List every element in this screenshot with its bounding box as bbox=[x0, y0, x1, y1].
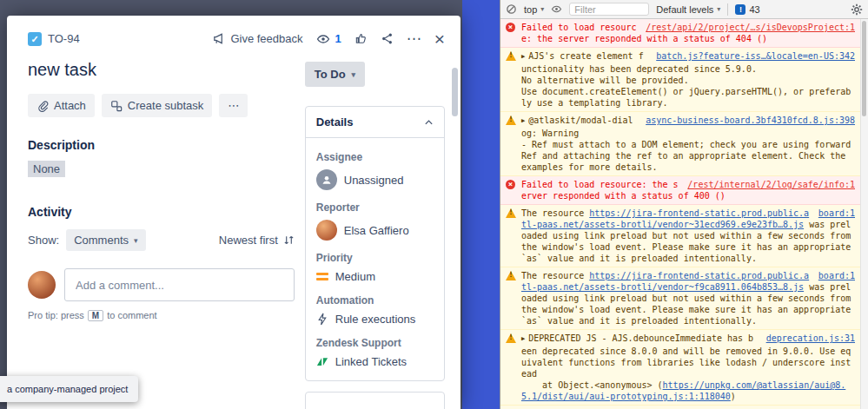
description-value[interactable]: None bbox=[28, 161, 65, 177]
issue-title[interactable]: new task bbox=[28, 60, 295, 80]
status-dropdown[interactable]: To Do ▾ bbox=[305, 62, 365, 87]
details-title: Details bbox=[316, 115, 354, 129]
give-feedback-button[interactable]: Give feedback bbox=[212, 32, 302, 45]
pro-tip: Pro tip: pressMto comment bbox=[28, 310, 295, 320]
create-subtask-button[interactable]: Create subtask bbox=[102, 94, 212, 117]
settings-gear-icon[interactable] bbox=[851, 3, 863, 16]
warning-icon: ! bbox=[506, 115, 516, 125]
zendesk-label: Zendesk Support bbox=[316, 337, 434, 349]
warning-icon: ! bbox=[506, 51, 516, 61]
console-source-link[interactable]: batch.js?feature-iss…&locale=en-US:342 bbox=[656, 50, 855, 62]
error-icon: × bbox=[506, 23, 515, 32]
task-type-icon[interactable]: ✓ bbox=[28, 32, 42, 46]
log-levels-value: Default levels bbox=[656, 4, 713, 15]
automation-label: Automation bbox=[316, 294, 434, 307]
collapsed-panel[interactable] bbox=[305, 392, 445, 409]
sort-order-label: Newest first bbox=[219, 234, 278, 247]
megaphone-icon bbox=[212, 32, 225, 45]
console-message-warning: !deprecation.js:31▶DEPRECATED JS - AJS.d… bbox=[500, 406, 860, 409]
issue-key[interactable]: TO-94 bbox=[48, 32, 80, 45]
context-selector[interactable]: top ▾ bbox=[524, 4, 544, 15]
console-source-link[interactable]: async-business-board.3bf4310fcd.8.js:398 bbox=[646, 115, 855, 126]
console-source-link[interactable]: /rest/internal/2/log/safe/info:1 bbox=[687, 179, 855, 190]
console-source-link[interactable]: /rest/api/2/project/…s/isDevopsProject:1 bbox=[646, 22, 855, 33]
console-message-error: ×/rest/internal/2/log/safe/info:1Failed … bbox=[500, 176, 860, 205]
show-label: Show: bbox=[28, 234, 59, 247]
comments-filter-dropdown[interactable]: Comments ▾ bbox=[66, 229, 145, 251]
thumbs-up-icon bbox=[354, 32, 368, 45]
assignee-label: Assignee bbox=[316, 151, 434, 163]
comment-input[interactable] bbox=[64, 268, 295, 301]
lightning-icon bbox=[316, 313, 328, 326]
chevron-up-icon bbox=[424, 119, 434, 126]
priority-value-row[interactable]: Medium bbox=[316, 270, 434, 283]
log-levels-selector[interactable]: Default levels ▾ bbox=[656, 4, 720, 15]
subtask-icon bbox=[110, 100, 123, 112]
zendesk-value: Linked Tickets bbox=[335, 355, 407, 368]
details-panel-header[interactable]: Details bbox=[306, 107, 444, 138]
error-icon: × bbox=[506, 180, 515, 189]
console-message-warning: !deprecation.js:31▶DEPRECATED JS - AJS.d… bbox=[500, 330, 860, 406]
console-message-error: ×/rest/api/2/project/…s/isDevopsProject:… bbox=[500, 19, 860, 48]
description-label: Description bbox=[28, 138, 295, 152]
modal-scrollbar[interactable] bbox=[452, 56, 458, 406]
activity-controls: Show: Comments ▾ Newest first bbox=[28, 229, 295, 251]
unassigned-avatar-icon bbox=[316, 169, 337, 190]
console-filter-input[interactable] bbox=[569, 3, 649, 16]
pro-tip-key: M bbox=[88, 310, 103, 321]
chevron-down-icon: ▾ bbox=[352, 70, 356, 79]
console-message-warning: !batch.js?feature-iss…&locale=en-US:342▶… bbox=[500, 48, 860, 112]
devtools-panel: top ▾ Default levels ▾ ! 43 ×/rest/api/2… bbox=[500, 0, 868, 409]
issue-modal: ✓ TO-94 Give feedback 1 bbox=[7, 16, 461, 409]
activity-heading: Activity bbox=[28, 205, 295, 219]
close-button[interactable]: × bbox=[434, 30, 445, 48]
modal-header: ✓ TO-94 Give feedback 1 bbox=[7, 16, 461, 48]
issues-count: 43 bbox=[749, 4, 759, 15]
modal-scrollbar-thumb[interactable] bbox=[452, 68, 458, 116]
console-source-link[interactable]: board:1 bbox=[818, 270, 855, 281]
console-source-link[interactable]: board:1 bbox=[818, 208, 855, 219]
live-expression-eye-icon[interactable] bbox=[551, 4, 562, 14]
comments-filter-value: Comments bbox=[74, 234, 129, 247]
modal-side-column: To Do ▾ Details Assignee Unassi bbox=[305, 48, 445, 409]
ellipsis-icon: ⋯ bbox=[228, 99, 239, 112]
attach-button[interactable]: Attach bbox=[28, 94, 95, 117]
modal-body: new task Attach Create subtask ⋯ bbox=[7, 48, 461, 409]
share-icon bbox=[381, 32, 394, 45]
quick-actions: Attach Create subtask ⋯ bbox=[28, 94, 295, 117]
reporter-value-row[interactable]: Elsa Gaffiero bbox=[316, 220, 434, 241]
more-quick-actions-button[interactable]: ⋯ bbox=[219, 94, 248, 117]
expand-arrow-icon[interactable]: ▶ bbox=[521, 51, 525, 63]
console-message-warning: !board:1The resource https://jira-fronte… bbox=[500, 267, 860, 330]
zendesk-value-row[interactable]: Linked Tickets bbox=[316, 355, 434, 368]
priority-value: Medium bbox=[335, 270, 375, 283]
console-scrollbar-thumb[interactable] bbox=[862, 21, 866, 116]
expand-arrow-icon[interactable]: ▶ bbox=[521, 115, 525, 127]
share-button[interactable] bbox=[381, 32, 394, 45]
console-toolbar: top ▾ Default levels ▾ ! 43 bbox=[500, 0, 868, 19]
assignee-value: Unassigned bbox=[344, 174, 404, 187]
watch-button[interactable]: 1 bbox=[316, 32, 341, 45]
status-value: To Do bbox=[315, 68, 346, 81]
reporter-avatar bbox=[316, 220, 337, 241]
automation-value: Rule executions bbox=[335, 313, 416, 326]
give-feedback-label: Give feedback bbox=[230, 32, 302, 45]
automation-value-row[interactable]: Rule executions bbox=[316, 313, 434, 326]
more-actions-button[interactable]: ⋯ bbox=[407, 31, 421, 46]
like-button[interactable] bbox=[354, 32, 368, 45]
clear-console-icon[interactable] bbox=[506, 3, 517, 15]
pro-tip-prefix: Pro tip: press bbox=[28, 310, 84, 320]
console-scrollbar[interactable] bbox=[860, 19, 868, 409]
console-source-link[interactable]: deprecation.js:31 bbox=[766, 333, 855, 344]
sort-order-button[interactable]: Newest first bbox=[219, 234, 295, 247]
issue-breadcrumb: ✓ TO-94 bbox=[28, 32, 80, 46]
expand-arrow-icon[interactable]: ▶ bbox=[521, 333, 525, 345]
warning-icon: ! bbox=[506, 271, 516, 280]
reporter-label: Reporter bbox=[316, 201, 434, 214]
paperclip-icon bbox=[36, 100, 49, 112]
eye-icon bbox=[316, 33, 330, 45]
pro-tip-suffix: to comment bbox=[107, 310, 156, 320]
issues-counter[interactable]: ! 43 bbox=[735, 4, 759, 15]
assignee-value-row[interactable]: Unassigned bbox=[316, 169, 434, 190]
comment-composer bbox=[28, 268, 295, 301]
